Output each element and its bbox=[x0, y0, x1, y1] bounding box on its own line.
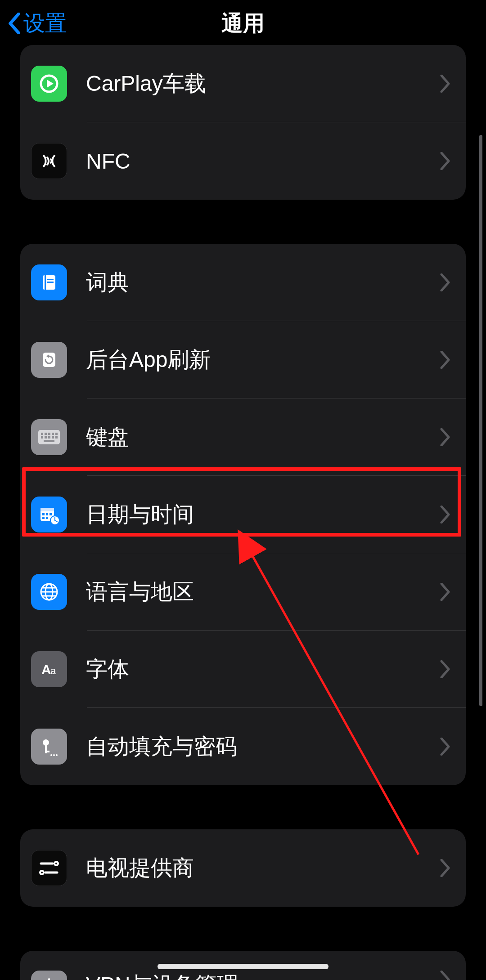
svg-rect-16 bbox=[48, 436, 50, 439]
row-label: NFC bbox=[86, 149, 440, 174]
svg-text:A: A bbox=[41, 662, 51, 677]
svg-rect-21 bbox=[40, 508, 54, 511]
svg-rect-25 bbox=[42, 517, 45, 519]
settings-group: 词典 后台App刷新 bbox=[20, 244, 466, 785]
back-button[interactable]: 设置 bbox=[8, 9, 67, 38]
svg-rect-40 bbox=[45, 751, 50, 752]
row-carplay[interactable]: CarPlay车载 bbox=[20, 45, 466, 122]
gear-icon bbox=[31, 971, 67, 980]
svg-rect-23 bbox=[46, 513, 48, 515]
back-label: 设置 bbox=[23, 9, 67, 38]
row-language-region[interactable]: 语言与地区 bbox=[20, 553, 466, 631]
chevron-right-icon bbox=[440, 660, 450, 678]
fonts-icon: A a bbox=[31, 651, 67, 687]
svg-rect-26 bbox=[46, 517, 48, 519]
chevron-right-icon bbox=[440, 583, 450, 601]
svg-point-42 bbox=[53, 754, 55, 756]
chevron-right-icon bbox=[440, 75, 450, 93]
svg-rect-4 bbox=[47, 279, 54, 280]
svg-rect-18 bbox=[55, 436, 58, 439]
key-icon bbox=[31, 729, 67, 765]
svg-text:a: a bbox=[50, 665, 56, 676]
svg-rect-17 bbox=[52, 436, 54, 439]
date-time-icon bbox=[31, 497, 67, 533]
chevron-right-icon bbox=[440, 859, 450, 877]
row-date-time[interactable]: 日期与时间 bbox=[20, 476, 466, 553]
scroll-indicator[interactable] bbox=[479, 135, 482, 706]
page-title: 通用 bbox=[221, 9, 265, 38]
row-label: CarPlay车载 bbox=[86, 69, 440, 98]
keyboard-icon bbox=[31, 419, 67, 455]
row-fonts[interactable]: A a 字体 bbox=[20, 631, 466, 708]
row-dictionary[interactable]: 词典 bbox=[20, 244, 466, 321]
svg-point-41 bbox=[50, 754, 52, 756]
svg-rect-15 bbox=[45, 436, 47, 439]
row-label: 自动填充与密码 bbox=[86, 732, 440, 761]
chevron-right-icon bbox=[440, 738, 450, 756]
svg-rect-10 bbox=[45, 433, 47, 435]
svg-rect-19 bbox=[44, 440, 54, 442]
chevron-right-icon bbox=[440, 273, 450, 291]
svg-rect-22 bbox=[42, 513, 45, 515]
row-label: 后台App刷新 bbox=[86, 345, 440, 374]
refresh-icon bbox=[31, 342, 67, 378]
settings-list: CarPlay车载 NFC bbox=[0, 45, 486, 980]
row-label: 电视提供商 bbox=[86, 854, 440, 882]
settings-group: 电视提供商 bbox=[20, 829, 466, 907]
row-label: 词典 bbox=[86, 268, 440, 297]
svg-point-47 bbox=[40, 871, 44, 874]
row-label: 键盘 bbox=[86, 423, 440, 452]
svg-rect-5 bbox=[47, 282, 54, 283]
row-bg-app-refresh[interactable]: 后台App刷新 bbox=[20, 321, 466, 398]
svg-rect-13 bbox=[55, 433, 58, 435]
svg-rect-12 bbox=[52, 433, 54, 435]
svg-rect-24 bbox=[50, 513, 52, 515]
row-label: 语言与地区 bbox=[86, 577, 440, 606]
row-keyboard[interactable]: 键盘 bbox=[20, 398, 466, 476]
chevron-left-icon bbox=[8, 13, 21, 34]
chevron-right-icon bbox=[440, 506, 450, 524]
dictionary-icon bbox=[31, 264, 67, 300]
svg-rect-11 bbox=[48, 433, 50, 435]
row-autofill-passwords[interactable]: 自动填充与密码 bbox=[20, 708, 466, 785]
row-label: 字体 bbox=[86, 655, 440, 684]
chevron-right-icon bbox=[440, 428, 450, 446]
svg-point-43 bbox=[56, 754, 58, 756]
svg-marker-1 bbox=[47, 80, 54, 88]
globe-icon bbox=[31, 574, 67, 610]
chevron-right-icon bbox=[440, 351, 450, 369]
row-tv-provider[interactable]: 电视提供商 bbox=[20, 829, 466, 907]
svg-rect-14 bbox=[41, 436, 43, 439]
svg-point-45 bbox=[54, 862, 58, 865]
svg-rect-3 bbox=[45, 275, 46, 290]
settings-group: CarPlay车载 NFC bbox=[20, 45, 466, 200]
home-indicator bbox=[158, 964, 328, 969]
row-label: VPN与设备管理 bbox=[86, 971, 440, 980]
row-nfc[interactable]: NFC bbox=[20, 122, 466, 200]
carplay-icon bbox=[31, 66, 67, 102]
chevron-right-icon bbox=[440, 152, 450, 170]
navigation-bar: 设置 通用 bbox=[0, 0, 486, 47]
chevron-right-icon bbox=[440, 971, 450, 980]
row-label: 日期与时间 bbox=[86, 500, 440, 529]
nfc-icon bbox=[31, 143, 67, 179]
tv-provider-icon bbox=[31, 850, 67, 886]
svg-rect-9 bbox=[41, 433, 43, 435]
